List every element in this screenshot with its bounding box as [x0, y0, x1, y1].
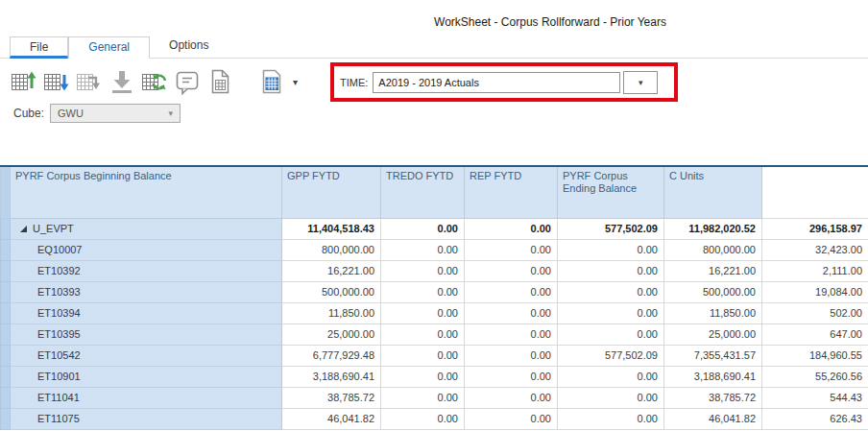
cell[interactable]: 11,982,020.52 [664, 218, 762, 239]
cell[interactable]: 0.00 [381, 387, 465, 408]
tab-options[interactable]: Options [150, 36, 228, 58]
cell[interactable]: 3,188,690.41 [282, 366, 381, 387]
row-gutter [1, 302, 11, 323]
download-icon[interactable] [108, 67, 136, 96]
row-label[interactable]: ET10542 [11, 345, 282, 366]
cell[interactable]: 38,785.72 [282, 387, 381, 408]
cell[interactable]: 55,260.56 [762, 366, 868, 387]
cell[interactable]: 502.00 [762, 302, 868, 323]
cell[interactable]: 577,502.09 [558, 345, 664, 366]
cell[interactable]: 0.00 [558, 260, 664, 281]
cell[interactable]: 0.00 [558, 408, 664, 429]
cell[interactable]: 0.00 [465, 366, 558, 387]
cell[interactable]: 626.43 [762, 408, 868, 429]
column-header[interactable]: C Units [664, 166, 762, 218]
row-gutter [1, 323, 11, 345]
cell[interactable]: 16,221.00 [282, 260, 381, 281]
cell[interactable]: 0.00 [381, 302, 465, 323]
grid-submit-down-icon[interactable] [42, 67, 71, 96]
cell[interactable]: 25,000.00 [282, 323, 381, 345]
cell[interactable]: 577,502.09 [558, 218, 664, 239]
cell[interactable]: 647.00 [762, 323, 868, 345]
row-label[interactable]: ET10394 [11, 302, 282, 323]
cell[interactable]: 6,777,929.48 [282, 345, 381, 366]
cell[interactable]: 0.00 [558, 281, 664, 302]
cell[interactable]: 0.00 [381, 260, 465, 281]
row-label[interactable]: ET10392 [11, 260, 282, 281]
cell[interactable]: 800,000.00 [664, 239, 762, 260]
cube-row: Cube: GWU ▾ [13, 104, 181, 123]
cell[interactable]: 2,111.00 [762, 260, 868, 281]
cell[interactable]: 11,850.00 [664, 302, 762, 323]
cell[interactable]: 0.00 [465, 323, 558, 345]
row-label[interactable]: ET11041 [11, 387, 282, 408]
cell[interactable]: 0.00 [558, 366, 664, 387]
expand-collapse-icon[interactable] [20, 226, 27, 232]
row-label[interactable]: ET11075 [11, 408, 282, 429]
cell[interactable]: 0.00 [558, 387, 664, 408]
cell[interactable]: 25,000.00 [664, 323, 762, 345]
cell[interactable]: 46,041.82 [282, 408, 381, 429]
row-label[interactable]: U_EVPT [11, 218, 282, 239]
tab-general[interactable]: General [68, 36, 150, 59]
cell[interactable]: 184,960.55 [762, 345, 868, 366]
cell[interactable]: 38,785.72 [664, 387, 762, 408]
cell[interactable]: 7,355,431.57 [664, 345, 762, 366]
cell[interactable]: 0.00 [381, 323, 465, 345]
cell[interactable]: 500,000.00 [282, 281, 381, 302]
grid-retrieve-up-icon[interactable] [10, 67, 38, 96]
table-row: ET10393500,000.000.000.000.00500,000.001… [1, 281, 868, 302]
column-header[interactable]: PYRF Corpus Beginning Balance [11, 166, 282, 218]
cell[interactable]: 800,000.00 [282, 239, 381, 260]
worksheet-blue-icon[interactable] [257, 67, 286, 96]
row-label[interactable]: ET10393 [11, 281, 282, 302]
column-header[interactable]: GPP FYTD [282, 166, 381, 218]
cell[interactable]: 0.00 [558, 239, 664, 260]
cell[interactable]: 0.00 [381, 239, 465, 260]
cube-dropdown[interactable]: GWU ▾ [50, 104, 181, 123]
cell[interactable]: 3,188,690.41 [664, 366, 762, 387]
chevron-down-icon[interactable]: ▾ [293, 77, 298, 87]
cell[interactable]: 0.00 [381, 281, 465, 302]
cell[interactable]: 0.00 [558, 302, 664, 323]
column-header[interactable]: PYRF Corpus Ending Balance [558, 166, 664, 218]
time-input[interactable] [373, 72, 620, 93]
cell[interactable]: 544.43 [762, 387, 868, 408]
row-label[interactable]: EQ10007 [11, 239, 282, 260]
row-gutter [1, 366, 11, 387]
cell[interactable]: 19,084.00 [762, 281, 868, 302]
cell[interactable]: 32,423.00 [762, 239, 868, 260]
cell[interactable]: 0.00 [558, 323, 664, 345]
rollforward-table: PYRF Corpus Beginning BalanceGPP FYTDTRE… [0, 165, 868, 430]
cell[interactable]: 46,041.82 [664, 408, 762, 429]
time-label: TIME: [340, 77, 368, 88]
tab-file[interactable]: File [10, 36, 68, 59]
cell[interactable]: 0.00 [465, 302, 558, 323]
time-dropdown-button[interactable]: ▾ [623, 71, 658, 94]
report-grid-icon[interactable] [205, 67, 234, 96]
row-label[interactable]: ET10395 [11, 323, 282, 345]
grid-shift-icon[interactable] [75, 67, 104, 96]
cell[interactable]: 0.00 [465, 218, 558, 239]
column-header[interactable]: TREDO FYTD [381, 166, 465, 218]
cell[interactable]: 500,000.00 [664, 281, 762, 302]
comment-icon[interactable] [173, 67, 202, 96]
cell[interactable]: 0.00 [381, 366, 465, 387]
cell[interactable]: 0.00 [465, 281, 558, 302]
cell[interactable]: 0.00 [381, 218, 465, 239]
column-header[interactable]: REP FYTD [465, 166, 558, 218]
cell[interactable]: 11,404,518.43 [282, 218, 381, 239]
cell[interactable]: 0.00 [465, 260, 558, 281]
cell[interactable]: 16,221.00 [664, 260, 762, 281]
cell[interactable]: 0.00 [465, 239, 558, 260]
row-label[interactable]: ET10901 [11, 366, 282, 387]
cell[interactable]: 0.00 [381, 408, 465, 429]
grid-refresh-icon[interactable] [140, 67, 169, 96]
cell[interactable]: 11,850.00 [282, 302, 381, 323]
cell[interactable]: 296,158.97 [762, 218, 868, 239]
cell[interactable]: 0.00 [381, 345, 465, 366]
cube-value: GWU [58, 108, 84, 119]
cell[interactable]: 0.00 [465, 387, 558, 408]
cell[interactable]: 0.00 [465, 345, 558, 366]
cell[interactable]: 0.00 [465, 408, 558, 429]
